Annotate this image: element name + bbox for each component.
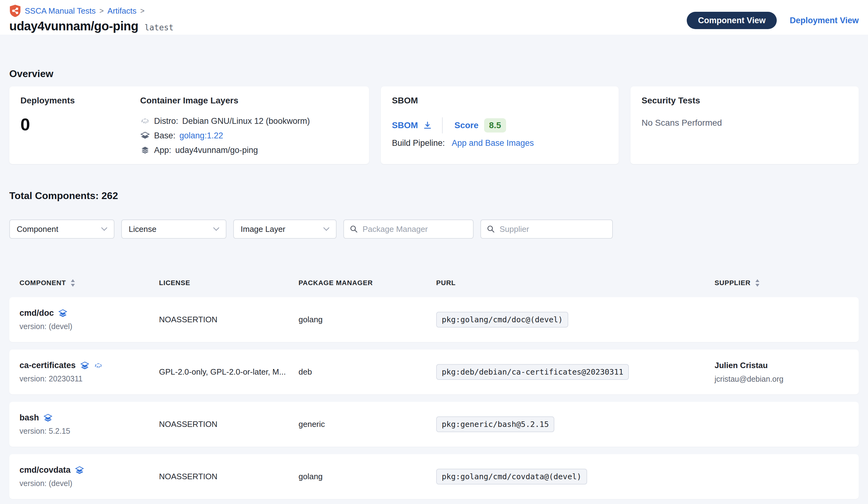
package-manager-cell: golang: [299, 472, 436, 481]
image-layer-filter-dropdown[interactable]: Image Layer: [233, 220, 337, 239]
deployments-count: 0: [20, 114, 140, 134]
license-cell: GPL-2.0-only, GPL-2.0-or-later, M...: [159, 367, 299, 377]
table-row[interactable]: cmd/doc version: (devel) NOASSERTION gol…: [9, 297, 859, 342]
sbom-score-badge: 8.5: [484, 118, 506, 132]
header-purl: PURL: [436, 279, 715, 287]
chevron-down-icon: [101, 227, 108, 231]
layers-blue-icon: [43, 413, 53, 423]
supplier-search: [480, 220, 613, 239]
layer-item-base: Base: golang:1.22: [140, 131, 310, 141]
breadcrumb-separator: >: [140, 7, 144, 15]
layer-value: uday4vunnam/go-ping: [175, 145, 258, 155]
ssca-shield-logo-icon: [9, 4, 21, 17]
package-manager-cell: deb: [299, 367, 436, 377]
breadcrumb-link-project[interactable]: SSCA Manual Tests: [25, 6, 96, 16]
security-tests-card: Security Tests No Scans Performed: [630, 87, 859, 164]
supplier-search-input[interactable]: [499, 224, 607, 234]
supplier-email: jcristau@debian.org: [715, 375, 859, 384]
dropdown-label: License: [129, 224, 156, 234]
security-tests-status: No Scans Performed: [642, 118, 848, 128]
dropdown-label: Component: [17, 224, 58, 234]
sbom-download-link[interactable]: SBOM: [392, 120, 432, 130]
purl-badge: pkg:generic/bash@5.2.15: [436, 416, 554, 432]
component-cell: ca-certificates: [20, 361, 159, 383]
purl-badge: pkg:golang/cmd/covdata@(devel): [436, 469, 587, 484]
search-icon: [487, 225, 495, 233]
table-row[interactable]: cmd/covdata version: (devel) NOASSERTION…: [9, 454, 859, 499]
purl-badge: pkg:golang/cmd/doc@(devel): [436, 312, 568, 327]
component-name: bash: [20, 413, 39, 423]
component-version: version: 5.2.15: [20, 426, 159, 436]
purl-cell: pkg:generic/bash@5.2.15: [436, 416, 715, 432]
component-filter-dropdown[interactable]: Component: [9, 220, 114, 239]
layers-base-icon: [140, 131, 150, 141]
package-manager-cell: golang: [299, 315, 436, 324]
artifact-detail-page: SSCA Manual Tests > Artifacts > uday4vun…: [0, 0, 868, 504]
top-bar: SSCA Manual Tests > Artifacts > uday4vun…: [0, 0, 868, 35]
purl-cell: pkg:golang/cmd/doc@(devel): [436, 312, 715, 327]
purl-cell: pkg:golang/cmd/covdata@(devel): [436, 469, 715, 484]
view-toggle: Component View Deployment View: [687, 12, 859, 29]
package-manager-cell: generic: [299, 420, 436, 429]
sbom-row: SBOM Score 8.5: [392, 117, 608, 134]
layers-dashed-outline-icon: [140, 116, 150, 126]
layers-dashed-outline-blue-icon: [94, 361, 103, 370]
purl-cell: pkg:deb/debian/ca-certificates@20230311: [436, 364, 715, 380]
layer-item-app: App: uday4vunnam/go-ping: [140, 145, 310, 155]
component-name: cmd/doc: [20, 308, 54, 318]
sort-icon[interactable]: [755, 279, 760, 287]
total-components-heading: Total Components: 262: [9, 190, 859, 202]
sbom-download-label: SBOM: [392, 120, 418, 130]
breadcrumb-link-artifacts[interactable]: Artifacts: [107, 6, 136, 16]
table-row[interactable]: bash version: 5.2.15 NOASSERTION generic…: [9, 402, 859, 447]
sort-icon[interactable]: [70, 279, 75, 287]
container-image-layers-block: Container Image Layers Distro: Debian GN…: [140, 95, 310, 155]
license-filter-dropdown[interactable]: License: [121, 220, 226, 239]
breadcrumb: SSCA Manual Tests > Artifacts >: [9, 4, 174, 17]
sbom-score-link[interactable]: Score: [454, 120, 478, 130]
deployment-view-button[interactable]: Deployment View: [790, 16, 859, 26]
table-row[interactable]: ca-certificates: [9, 350, 859, 394]
build-pipeline-row: Build Pipeline: App and Base Images: [392, 138, 608, 148]
download-icon: [423, 121, 432, 130]
overview-heading: Overview: [9, 68, 859, 80]
license-cell: NOASSERTION: [159, 472, 299, 481]
deployments-title: Deployments: [20, 95, 140, 105]
sbom-card-title: SBOM: [392, 95, 608, 105]
component-cell: cmd/covdata version: (devel): [20, 465, 159, 488]
container-image-layers-title: Container Image Layers: [140, 95, 310, 105]
title-row: uday4vunnam/go-ping latest: [9, 19, 174, 33]
layer-value: Debian GNU/Linux 12 (bookworm): [182, 117, 310, 126]
filter-bar: Component License Image Layer: [9, 220, 859, 239]
table-header: COMPONENT LICENSE PACKAGE MANAGER PURL S…: [9, 275, 859, 291]
component-cell: bash version: 5.2.15: [20, 413, 159, 436]
page-title: uday4vunnam/go-ping: [9, 19, 138, 33]
license-cell: NOASSERTION: [159, 420, 299, 429]
license-cell: NOASSERTION: [159, 315, 299, 324]
component-view-button[interactable]: Component View: [687, 12, 777, 29]
component-cell: cmd/doc version: (devel): [20, 308, 159, 331]
layers-blue-icon: [80, 361, 90, 370]
deployments-layers-card: Deployments 0 Container Image Layers: [9, 87, 369, 164]
header-component-label: COMPONENT: [20, 279, 66, 287]
header-license: LICENSE: [159, 279, 299, 287]
package-manager-search-input[interactable]: [363, 224, 467, 234]
breadcrumb-separator: >: [99, 7, 104, 15]
layer-label: Distro:: [154, 117, 178, 126]
package-manager-search: [343, 220, 474, 239]
component-name: cmd/covdata: [20, 465, 71, 475]
security-tests-title: Security Tests: [642, 95, 848, 105]
build-pipeline-link[interactable]: App and Base Images: [452, 138, 534, 148]
layers-filled-icon: [140, 145, 150, 155]
component-version: version: (devel): [20, 479, 159, 488]
search-icon: [350, 225, 358, 233]
layers-blue-icon: [58, 309, 68, 318]
header-left: SSCA Manual Tests > Artifacts > uday4vun…: [9, 4, 174, 35]
base-image-link[interactable]: golang:1.22: [179, 131, 223, 141]
component-version: version: (devel): [20, 322, 159, 331]
layer-label: Base:: [154, 131, 175, 141]
content-area: Overview Deployments 0 Container Image L…: [0, 68, 868, 499]
layer-label: App:: [154, 145, 172, 155]
header-supplier: SUPPLIER: [715, 279, 859, 287]
component-version: version: 20230311: [20, 374, 159, 383]
